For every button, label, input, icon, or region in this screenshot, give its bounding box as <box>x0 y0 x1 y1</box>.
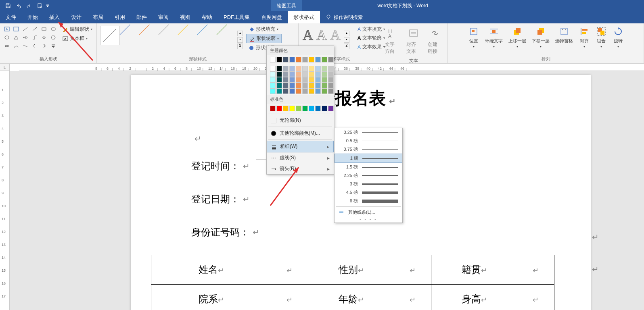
color-swatch[interactable] <box>289 57 295 62</box>
color-swatch[interactable] <box>289 71 295 77</box>
shape-triangle[interactable] <box>12 33 21 42</box>
tab-home[interactable]: 开始 <box>22 11 44 23</box>
color-swatch[interactable] <box>270 66 276 71</box>
cell-origin-label[interactable]: 籍贯↵ <box>431 255 517 285</box>
tab-pdf-tools[interactable]: PDF工具集 <box>218 11 255 23</box>
color-swatch[interactable] <box>276 77 282 83</box>
weight-option[interactable]: 0.25 磅 <box>335 128 402 137</box>
color-swatch[interactable] <box>276 71 282 77</box>
cell-dept-value[interactable]: ↵ <box>271 285 308 310</box>
shape-star[interactable] <box>40 33 48 42</box>
shape-curve[interactable] <box>12 42 21 50</box>
color-swatch[interactable] <box>270 77 276 83</box>
tab-layout[interactable]: 布局 <box>87 11 109 23</box>
shape-fill-button[interactable]: 形状填充▾ <box>246 25 282 33</box>
wa-gallery-up[interactable]: ▴ <box>344 31 349 36</box>
shape-style-gallery[interactable]: ▴ ▾ ⊻ <box>99 25 244 55</box>
color-swatch[interactable] <box>309 106 314 111</box>
color-swatch[interactable] <box>328 57 334 62</box>
cell-dept-label[interactable]: 院系↵ <box>151 285 271 310</box>
color-swatch[interactable] <box>309 57 314 62</box>
color-swatch[interactable] <box>276 66 282 71</box>
tell-me-search[interactable]: 操作说明搜索 <box>320 11 368 23</box>
gallery-more[interactable]: ⊻ <box>237 44 243 49</box>
wa-gallery-down[interactable]: ▾ <box>344 37 349 43</box>
cell-origin-value[interactable]: ↵ <box>517 255 554 285</box>
weight-item[interactable]: 粗细(W) ▸ <box>267 141 334 152</box>
style-preset-4[interactable] <box>160 26 178 44</box>
color-swatch[interactable] <box>309 88 314 94</box>
shape-brace-r[interactable] <box>40 42 48 50</box>
color-swatch[interactable] <box>270 88 276 94</box>
tab-file[interactable]: 文件 <box>0 11 22 23</box>
edit-shape-button[interactable]: 编辑形状 ▾ <box>61 25 94 33</box>
color-swatch[interactable] <box>276 88 282 94</box>
shape-rounded-rect[interactable] <box>49 25 58 33</box>
color-swatch[interactable] <box>270 83 276 88</box>
color-swatch[interactable] <box>283 66 289 71</box>
cell-height-label[interactable]: 身高↵ <box>431 285 517 310</box>
color-swatch[interactable] <box>322 77 327 83</box>
color-swatch[interactable] <box>309 71 314 77</box>
weight-option[interactable]: 1.5 磅 <box>335 163 402 171</box>
print-preview-button[interactable] <box>35 1 44 10</box>
color-swatch[interactable] <box>283 88 289 94</box>
no-outline-item[interactable]: 无轮廓(N) <box>267 115 334 126</box>
color-swatch[interactable] <box>302 106 308 111</box>
shape-hexagon[interactable] <box>49 33 58 42</box>
color-swatch[interactable] <box>322 83 327 88</box>
tab-insert[interactable]: 插入 <box>44 11 65 23</box>
color-swatch[interactable] <box>302 83 308 88</box>
shape-elbow[interactable] <box>30 33 39 42</box>
table-row[interactable]: 院系↵ ↵ 年龄↵ ↵ 身高↵ ↵ <box>151 285 554 310</box>
dashes-item[interactable]: 虚线(S) ▸ <box>267 152 334 163</box>
field-id-number[interactable]: 身份证号码：↵ <box>191 226 571 239</box>
tab-view[interactable]: 视图 <box>174 11 196 23</box>
cell-name-label[interactable]: 姓名↵ <box>151 255 271 285</box>
shapes-gallery[interactable]: A <box>2 25 58 55</box>
color-swatch[interactable] <box>289 77 295 83</box>
table-row[interactable]: 姓名↵ ↵ 性别↵ ↵ 籍贯↵ ↵ <box>151 255 554 285</box>
more-lines-item[interactable]: 其他线条(L)... <box>335 208 402 216</box>
color-swatch[interactable] <box>328 106 334 111</box>
color-swatch[interactable] <box>322 88 327 94</box>
color-swatch[interactable] <box>296 71 301 77</box>
group-button[interactable]: 组合▾ <box>594 25 608 55</box>
color-swatch[interactable] <box>289 106 295 111</box>
color-swatch[interactable] <box>328 88 334 94</box>
color-swatch[interactable] <box>315 88 321 94</box>
color-swatch[interactable] <box>289 83 295 88</box>
tab-help[interactable]: 帮助 <box>196 11 218 23</box>
color-swatch[interactable] <box>283 83 289 88</box>
cell-gender-label[interactable]: 性别↵ <box>308 255 394 285</box>
rotate-button[interactable]: 旋转▾ <box>611 25 625 55</box>
color-swatch[interactable] <box>322 71 327 77</box>
tab-shape-format[interactable]: 形状格式 <box>288 11 320 23</box>
cell-name-value[interactable]: ↵ <box>271 255 308 285</box>
color-swatch[interactable] <box>289 88 295 94</box>
position-button[interactable]: 位置▾ <box>466 25 481 55</box>
color-swatch[interactable] <box>296 66 301 71</box>
color-swatch[interactable] <box>315 83 321 88</box>
color-swatch[interactable] <box>302 88 308 94</box>
undo-button[interactable] <box>14 1 23 10</box>
cell-age-label[interactable]: 年龄↵ <box>308 285 394 310</box>
cell-age-value[interactable]: ↵ <box>394 285 431 310</box>
color-swatch[interactable] <box>276 106 282 111</box>
color-swatch[interactable] <box>296 88 301 94</box>
align-text-button[interactable]: 对齐文本 <box>403 25 424 56</box>
text-box-button[interactable]: A 文本框 ▾ <box>61 34 94 43</box>
color-swatch[interactable] <box>283 106 289 111</box>
color-swatch[interactable] <box>302 66 308 71</box>
weight-option[interactable]: 2.25 磅 <box>335 171 402 180</box>
style-preset-2[interactable] <box>121 26 139 44</box>
weight-option[interactable]: 4.5 磅 <box>335 188 402 197</box>
color-swatch[interactable] <box>315 66 321 71</box>
wrap-text-button[interactable]: 环绕文字▾ <box>483 25 504 55</box>
tab-review[interactable]: 审阅 <box>153 11 174 23</box>
shape-textbox[interactable]: A <box>2 25 11 33</box>
send-backward-button[interactable]: 下移一层▾ <box>530 25 551 55</box>
color-swatch[interactable] <box>322 106 327 111</box>
shape-double-arrow[interactable] <box>2 42 11 50</box>
qat-customize[interactable] <box>45 1 50 10</box>
